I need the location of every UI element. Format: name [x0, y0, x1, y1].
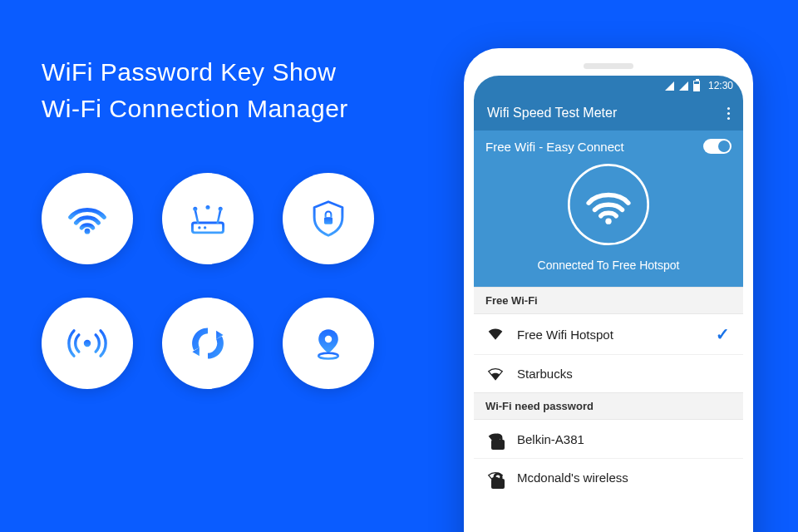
svg-line-4 [218, 210, 220, 223]
app-bar: Wifi Speed Test Meter [474, 96, 743, 131]
feature-antenna[interactable] [42, 298, 133, 389]
wifi-strength-icon [487, 326, 504, 342]
svg-point-7 [219, 207, 223, 211]
svg-point-5 [193, 207, 197, 211]
selected-check-icon: ✓ [716, 324, 730, 344]
wifi-network-row[interactable]: Mcdonald's wireless [474, 458, 743, 496]
svg-rect-16 [491, 440, 505, 450]
hero-panel: Free Wifi - Easy Connect Connected To Fr… [474, 131, 743, 287]
section-free-header: Free Wi-Fi [474, 287, 743, 314]
location-pin-icon [306, 321, 351, 366]
feature-wifi[interactable] [42, 173, 133, 264]
battery-icon [693, 81, 700, 91]
status-bar: 12:30 [474, 76, 743, 96]
svg-point-13 [318, 353, 338, 359]
phone-frame: 12:30 Wifi Speed Test Meter Free Wifi - … [464, 48, 753, 532]
phone-speaker [584, 63, 633, 69]
wifi-network-name: Starbucks [517, 367, 730, 381]
wifi-circle-icon [563, 159, 654, 250]
wifi-toggle[interactable] [703, 139, 732, 154]
more-menu-button[interactable] [727, 107, 730, 120]
feature-location[interactable] [283, 298, 374, 389]
svg-point-15 [605, 219, 611, 224]
feature-shield[interactable] [283, 173, 374, 264]
svg-line-2 [195, 210, 198, 223]
connection-status: Connected To Free Hotspot [485, 259, 732, 272]
phone-screen: 12:30 Wifi Speed Test Meter Free Wifi - … [474, 76, 743, 532]
hero-subtitle: Free Wifi - Easy Connect [485, 140, 624, 154]
svg-point-12 [325, 336, 332, 342]
shield-lock-icon [306, 196, 351, 241]
feature-refresh[interactable] [162, 298, 254, 389]
svg-point-8 [198, 226, 200, 229]
wifi-network-name: Free Wifi Hotspot [517, 328, 702, 342]
refresh-icon [185, 321, 230, 366]
svg-point-0 [85, 229, 91, 234]
wifi-strength-locked-icon [487, 431, 504, 447]
wifi-network-row[interactable]: Starbucks [474, 354, 743, 392]
headline-line-2: Wi-Fi Connection Manager [42, 95, 432, 123]
svg-rect-10 [324, 217, 332, 224]
antenna-icon [65, 321, 110, 366]
feature-router[interactable] [162, 173, 254, 264]
wifi-network-row[interactable]: Belkin-A381 [474, 420, 743, 458]
section-locked-header: Wi-Fi need password [474, 392, 743, 420]
wifi-network-name: Mcdonald's wireless [517, 470, 730, 485]
headline-line-1: WiFi Password Key Show [42, 58, 432, 86]
wifi-strength-locked-icon [487, 470, 504, 486]
svg-rect-17 [491, 479, 505, 489]
status-time: 12:30 [708, 80, 733, 91]
wifi-network-name: Belkin-A381 [517, 432, 730, 446]
cell-signal-icon [679, 81, 688, 91]
svg-point-9 [204, 226, 206, 229]
wifi-signal-icon [665, 81, 674, 91]
feature-icon-grid [42, 173, 432, 389]
wifi-icon [65, 196, 110, 241]
wifi-network-row[interactable]: Free Wifi Hotspot ✓ [474, 314, 743, 354]
svg-point-6 [205, 205, 209, 209]
hero-wifi-graphic [563, 159, 654, 250]
svg-point-11 [84, 340, 91, 347]
wifi-strength-icon [487, 366, 504, 382]
router-icon [185, 196, 230, 241]
app-title: Wifi Speed Test Meter [487, 106, 617, 121]
svg-rect-1 [192, 223, 223, 233]
